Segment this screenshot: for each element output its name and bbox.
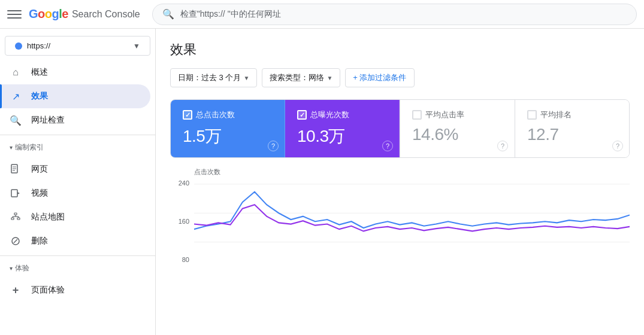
ctr-label: 平均点击率	[425, 109, 464, 120]
date-filter[interactable]: 日期：过去 3 个月 ▼	[170, 68, 257, 87]
sidebar-item-label: 站点地图	[31, 212, 65, 223]
svg-marker-5	[17, 192, 20, 194]
app-title: Search Console	[72, 9, 140, 20]
impressions-label: 总曝光次数	[310, 109, 349, 120]
section-index-label: 编制索引	[15, 142, 44, 153]
position-value: 12.7	[527, 125, 617, 144]
page-icon	[10, 163, 22, 175]
sidebar-item-sitemap[interactable]: 站点地图	[0, 205, 150, 229]
ctr-help-icon[interactable]: ?	[497, 141, 508, 151]
home-icon: ⌂	[10, 66, 22, 78]
search-type-filter-arrow: ▼	[326, 75, 332, 81]
sidebar-item-url-inspection[interactable]: 🔍 网址检查	[0, 108, 150, 132]
card-header-ctr: 平均点击率	[412, 109, 502, 120]
page-experience-icon: +	[10, 284, 22, 296]
remove-icon	[10, 235, 22, 247]
clicks-line	[194, 192, 630, 229]
site-dropdown-arrow: ▼	[133, 42, 140, 50]
impressions-value: 10.3万	[297, 125, 387, 148]
y-axis-labels: 240 160 80	[170, 179, 192, 263]
metric-card-position[interactable]: 平均排名 12.7 ?	[515, 100, 629, 157]
google-logo: Google	[29, 7, 68, 21]
sidebar-item-pages[interactable]: 网页	[0, 157, 150, 181]
date-filter-arrow: ▼	[243, 75, 249, 81]
performance-icon: ↗	[10, 90, 22, 102]
svg-rect-7	[11, 218, 14, 220]
card-header-clicks: 总点击次数	[183, 109, 273, 120]
site-name: https://	[27, 41, 128, 50]
y-label-160: 160	[179, 218, 189, 225]
clicks-help-icon[interactable]: ?	[268, 141, 279, 151]
video-icon	[10, 187, 22, 199]
logo-area: Google Search Console	[29, 7, 140, 21]
svg-rect-6	[14, 213, 17, 215]
svg-rect-4	[11, 190, 17, 197]
sidebar: https:// ▼ ⌂ 概述 ↗ 效果 🔍 网址检查 ▾ 编制索引	[0, 29, 156, 335]
main-layout: https:// ▼ ⌂ 概述 ↗ 效果 🔍 网址检查 ▾ 编制索引	[0, 29, 644, 335]
y-label-80: 80	[182, 256, 189, 263]
menu-icon[interactable]	[7, 7, 22, 22]
y-label-240: 240	[179, 179, 189, 187]
section-experience-label: 体验	[15, 263, 29, 273]
sidebar-item-removals[interactable]: 删除	[0, 229, 150, 253]
section-experience[interactable]: ▾ 体验	[0, 258, 155, 278]
sidebar-item-performance[interactable]: ↗ 效果	[0, 84, 150, 108]
chevron-down-icon: ▾	[10, 144, 13, 151]
ctr-value: 14.6%	[412, 125, 502, 144]
sidebar-item-overview[interactable]: ⌂ 概述	[0, 60, 150, 84]
ctr-checkbox[interactable]	[412, 110, 422, 120]
section-index[interactable]: ▾ 编制索引	[0, 138, 155, 157]
metric-card-impressions[interactable]: 总曝光次数 10.3万 ?	[285, 100, 400, 157]
sidebar-item-label: 视频	[31, 188, 48, 199]
position-checkbox[interactable]	[527, 110, 537, 120]
chevron-down-icon-2: ▾	[10, 265, 13, 272]
site-icon	[15, 42, 22, 50]
search-type-filter-label: 搜索类型：网络	[270, 72, 324, 83]
search-icon: 🔍	[162, 8, 174, 20]
search-nav-icon: 🔍	[10, 114, 22, 126]
position-label: 平均排名	[540, 109, 572, 120]
impressions-checkbox[interactable]	[297, 110, 307, 120]
divider-2	[0, 255, 155, 256]
site-selector[interactable]: https:// ▼	[5, 36, 150, 56]
sidebar-item-label: 删除	[31, 236, 48, 246]
metric-card-clicks[interactable]: 总点击次数 1.5万 ?	[171, 100, 285, 157]
sidebar-item-page-experience[interactable]: + 页面体验	[0, 278, 150, 302]
chart-title: 点击次数	[194, 168, 630, 176]
header: Google Search Console 🔍 检查"https:// "中的任…	[0, 0, 644, 29]
metric-cards: 总点击次数 1.5万 ? 总曝光次数 10.3万 ? 平均点击率	[170, 99, 630, 158]
card-header-impressions: 总曝光次数	[297, 109, 387, 120]
sidebar-item-label: 网址检查	[31, 115, 65, 126]
metric-card-ctr[interactable]: 平均点击率 14.6% ?	[400, 100, 515, 157]
clicks-value: 1.5万	[183, 125, 273, 148]
clicks-checkbox[interactable]	[183, 110, 192, 120]
search-bar[interactable]: 🔍 检查"https:// "中的任何网址	[152, 4, 637, 25]
clicks-label: 总点击次数	[196, 109, 235, 120]
sitemap-icon	[10, 211, 22, 223]
impressions-line	[194, 205, 630, 231]
add-filter-label: + 添加过滤条件	[353, 72, 406, 83]
sidebar-item-label: 概述	[31, 67, 48, 78]
content-area: 效果 日期：过去 3 个月 ▼ 搜索类型：网络 ▼ + 添加过滤条件 总点击次数	[156, 29, 644, 335]
filter-bar: 日期：过去 3 个月 ▼ 搜索类型：网络 ▼ + 添加过滤条件	[170, 68, 630, 87]
chart-container: 点击次数 240 160 80	[170, 168, 630, 263]
date-filter-label: 日期：过去 3 个月	[178, 72, 241, 83]
sidebar-item-label: 页面体验	[31, 285, 65, 296]
svg-rect-8	[17, 218, 20, 220]
page-title: 效果	[170, 41, 630, 59]
search-type-filter[interactable]: 搜索类型：网络 ▼	[262, 68, 340, 87]
sidebar-item-label: 网页	[31, 164, 48, 175]
divider	[0, 135, 155, 135]
sidebar-item-video[interactable]: 视频	[0, 181, 150, 205]
sidebar-item-label: 效果	[31, 91, 48, 102]
add-filter-button[interactable]: + 添加过滤条件	[345, 68, 414, 87]
card-header-position: 平均排名	[527, 109, 617, 120]
position-help-icon[interactable]: ?	[612, 141, 623, 151]
chart-svg	[194, 178, 630, 261]
search-placeholder: 检查"https:// "中的任何网址	[180, 9, 281, 20]
svg-line-14	[14, 239, 17, 243]
impressions-help-icon[interactable]: ?	[382, 141, 393, 151]
